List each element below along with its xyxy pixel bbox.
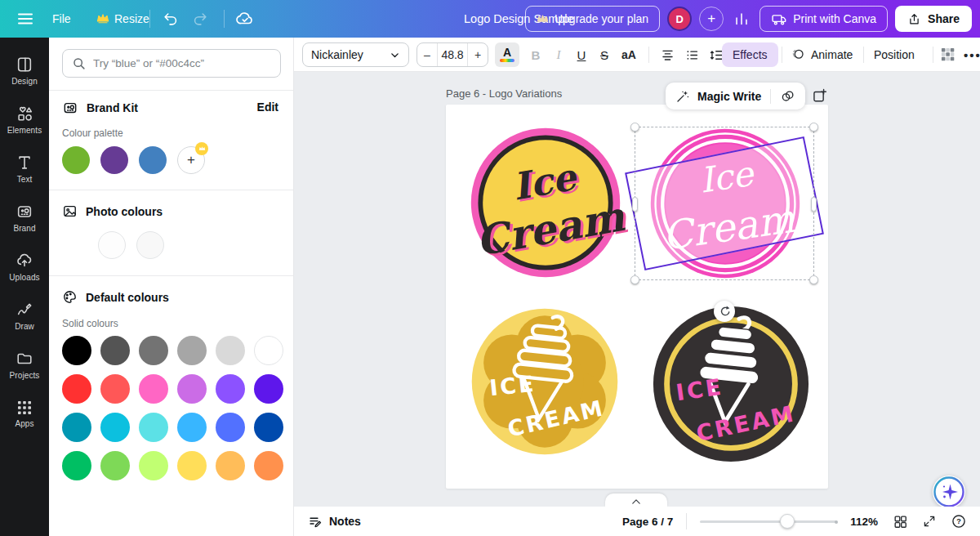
italic-button[interactable]: I [547, 42, 570, 67]
add-brand-colour-button[interactable]: + [177, 146, 205, 174]
insights-button[interactable] [733, 10, 751, 28]
colour-swatch[interactable] [136, 231, 164, 259]
font-size-value[interactable]: 48.8 [437, 43, 468, 66]
resize-button[interactable]: Resize [96, 0, 149, 38]
main-menu-button[interactable] [16, 0, 34, 38]
design-page[interactable]: Ice Ice Cream Cream Ice Cream [446, 105, 828, 489]
colour-swatch[interactable] [62, 336, 91, 365]
add-member-button[interactable]: + [699, 7, 724, 31]
colour-swatch[interactable] [62, 413, 91, 442]
magic-write-button[interactable]: Magic Write [697, 90, 761, 103]
share-label: Share [928, 12, 960, 25]
undo-button[interactable] [162, 0, 180, 38]
zoom-slider-track[interactable] [700, 520, 837, 523]
zoom-slider[interactable] [700, 514, 837, 529]
zoom-slider-thumb[interactable] [780, 514, 795, 529]
colour-swatch[interactable] [98, 231, 126, 259]
resize-handle-w[interactable] [632, 197, 638, 212]
sidebar-item-projects[interactable]: Projects [0, 340, 49, 389]
photo-colours-header: Photo colours [62, 203, 163, 219]
transparency-button[interactable] [941, 42, 956, 67]
page-indicator[interactable]: Page 6 / 7 [622, 516, 673, 528]
page-panel-toggle[interactable] [605, 494, 667, 507]
colour-swatch[interactable] [139, 336, 168, 365]
colour-swatch[interactable] [177, 374, 207, 404]
resize-handle-se[interactable] [809, 275, 818, 284]
colour-swatch[interactable] [177, 413, 207, 442]
sidebar-item-draw[interactable]: Draw [0, 291, 49, 340]
sidebar-item-text[interactable]: Text [0, 144, 49, 193]
sidebar-item-apps[interactable]: Apps [0, 389, 49, 438]
canvas-area[interactable]: Page 6 - Logo Variations Magic Write [294, 72, 980, 507]
resize-handle-e[interactable] [811, 197, 817, 212]
position-button[interactable]: Position [874, 42, 915, 67]
redo-button[interactable] [191, 0, 209, 38]
upgrade-plan-label: Upgrade your plan [555, 12, 648, 25]
brand-kit-edit-link[interactable]: Edit [257, 100, 278, 114]
help-button[interactable]: ? [951, 513, 967, 529]
rotate-handle[interactable] [714, 301, 735, 322]
search-input[interactable] [93, 57, 265, 69]
animate-button[interactable]: Animate [791, 42, 853, 67]
colour-swatch[interactable] [216, 451, 245, 480]
colour-swatch[interactable] [216, 374, 245, 404]
text-case-button[interactable]: aA [616, 42, 642, 67]
colour-swatch[interactable] [100, 374, 130, 404]
colour-swatch[interactable] [177, 451, 207, 480]
colour-swatch[interactable] [139, 413, 168, 442]
share-button[interactable]: Share [895, 6, 972, 32]
effects-button[interactable]: Effects [722, 42, 778, 67]
ai-assistant-button[interactable] [933, 476, 965, 507]
colour-swatch[interactable] [100, 413, 130, 442]
colour-swatch[interactable] [100, 336, 130, 365]
colour-swatch[interactable] [100, 146, 128, 174]
colour-swatch[interactable] [254, 374, 283, 404]
fullscreen-button[interactable] [922, 514, 937, 529]
logo-bottom-left[interactable]: ICE CREAM [466, 303, 623, 460]
cloud-save-status[interactable] [235, 0, 255, 38]
search-box[interactable] [62, 49, 281, 78]
list-button[interactable] [680, 42, 703, 67]
resize-handle-sw[interactable] [630, 275, 639, 284]
alignment-button[interactable] [656, 42, 679, 67]
page-title-label[interactable]: Page 6 - Logo Variations [446, 87, 562, 100]
bold-button[interactable]: B [524, 42, 547, 67]
sidebar-item-brand[interactable]: Brand [0, 193, 49, 242]
font-size-decrease-button[interactable]: – [417, 43, 437, 66]
print-with-canva-button[interactable]: Print with Canva [760, 6, 888, 32]
sidebar-item-design[interactable]: Design [0, 46, 49, 95]
upgrade-plan-button[interactable]: Upgrade your plan [525, 6, 660, 32]
strikethrough-button[interactable]: S [593, 42, 616, 67]
colour-swatch[interactable] [62, 146, 90, 174]
duplicate-rings-icon[interactable] [780, 88, 795, 104]
colour-swatch[interactable] [216, 413, 245, 442]
resize-handle-nw[interactable] [630, 123, 639, 132]
colour-swatch[interactable] [100, 451, 130, 480]
colour-swatch[interactable] [62, 374, 91, 404]
sidebar-item-elements[interactable]: Elements [0, 95, 49, 144]
colour-swatch[interactable] [177, 336, 207, 365]
notes-button[interactable]: Notes [308, 514, 361, 529]
add-page-button[interactable] [812, 87, 828, 104]
colour-swatch[interactable] [254, 451, 283, 480]
colour-swatch[interactable] [139, 374, 168, 404]
zoom-level[interactable]: 112% [850, 516, 878, 528]
more-options-button[interactable]: ••• [964, 42, 980, 67]
font-size-increase-button[interactable]: + [468, 43, 488, 66]
colour-swatch[interactable] [139, 451, 168, 480]
avatar[interactable]: D [667, 7, 692, 31]
sidebar-item-uploads[interactable]: Uploads [0, 242, 49, 291]
colour-swatch[interactable] [62, 451, 91, 480]
colour-swatch[interactable] [216, 336, 245, 365]
text-colour-button[interactable]: A [495, 42, 519, 67]
grid-view-button[interactable] [893, 514, 908, 529]
logo-top-left[interactable]: Ice Ice Cream Cream [467, 124, 624, 281]
font-select[interactable]: Nickainley [302, 42, 409, 67]
colour-swatch[interactable] [254, 413, 283, 442]
colour-swatch[interactable] [254, 336, 283, 365]
resize-handle-ne[interactable] [809, 123, 818, 132]
file-menu-button[interactable]: File [52, 0, 71, 38]
colour-swatch[interactable] [139, 146, 167, 174]
logo-bottom-right[interactable]: ICE CREAM [651, 304, 811, 464]
underline-button[interactable]: U [570, 42, 593, 67]
